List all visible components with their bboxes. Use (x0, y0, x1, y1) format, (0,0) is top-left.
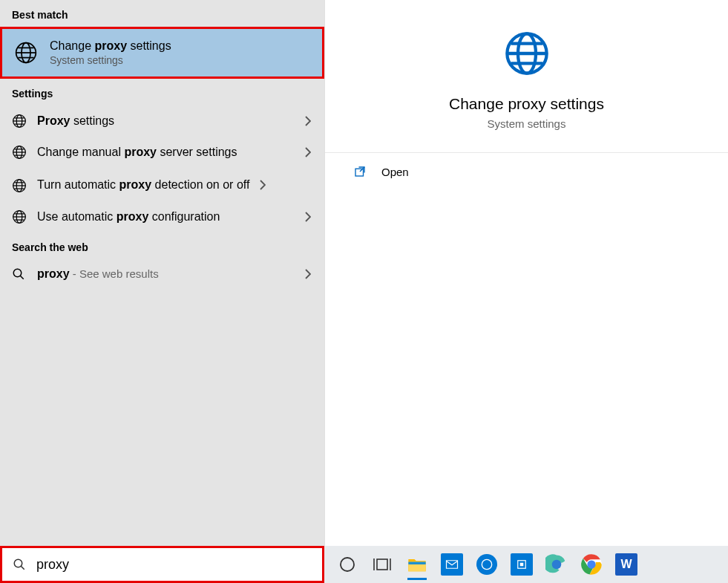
open-icon (353, 165, 367, 178)
word-button[interactable]: W (611, 549, 642, 580)
globe-icon (12, 114, 27, 128)
svg-point-22 (14, 559, 22, 567)
chevron-right-icon (305, 212, 312, 222)
svg-rect-28 (408, 562, 425, 565)
section-header-best-match: Best match (0, 0, 324, 27)
globe-icon (503, 30, 551, 77)
taskbar: W (0, 546, 728, 583)
open-action[interactable]: Open (325, 153, 728, 190)
preview-title: Change proxy settings (449, 95, 604, 113)
chevron-right-icon (305, 147, 312, 157)
app-tile-button[interactable] (506, 549, 537, 580)
task-view-button[interactable] (367, 549, 398, 580)
settings-item-auto-config[interactable]: Use automatic proxy configuration (0, 201, 324, 232)
chevron-right-icon (305, 269, 312, 279)
cortana-button[interactable] (332, 549, 363, 580)
preview-hero: Change proxy settings System settings (325, 0, 728, 153)
search-icon (12, 267, 25, 281)
settings-item-manual-proxy[interactable]: Change manual proxy server settings (0, 137, 324, 168)
best-match-highlight: Change proxy settings System settings (0, 27, 324, 79)
preview-panel: Change proxy settings System settings Op… (324, 0, 728, 546)
search-results-panel: Best match Change proxy settings System … (0, 0, 324, 546)
taskbar-search-box[interactable] (2, 548, 322, 581)
svg-point-29 (482, 559, 491, 569)
search-input[interactable] (36, 557, 312, 573)
chevron-right-icon (305, 116, 312, 126)
svg-point-15 (13, 269, 22, 277)
chrome-button[interactable] (576, 549, 607, 580)
globe-icon (12, 178, 27, 193)
settings-item-proxy-settings[interactable]: Proxy settings (0, 105, 324, 137)
dell-app-button[interactable] (471, 549, 502, 580)
edge-button[interactable] (541, 549, 572, 580)
mail-app-button[interactable] (436, 549, 468, 580)
search-box-highlight (0, 546, 324, 583)
web-result-item[interactable]: proxy - See web results (0, 259, 324, 289)
taskbar-icons: W (324, 549, 642, 580)
settings-item-auto-detection[interactable]: Turn automatic proxy detection on or off (0, 168, 324, 201)
best-match-result[interactable]: Change proxy settings System settings (2, 29, 322, 76)
svg-rect-25 (377, 559, 387, 570)
svg-line-16 (20, 276, 24, 279)
search-icon (13, 558, 26, 571)
preview-subtitle: System settings (488, 117, 566, 130)
globe-icon (12, 209, 27, 224)
chevron-right-icon (260, 180, 267, 190)
section-header-search-web: Search the web (0, 232, 324, 259)
globe-icon (12, 145, 27, 160)
best-match-text: Change proxy settings System settings (50, 39, 310, 66)
svg-point-24 (341, 558, 354, 571)
best-match-subtitle: System settings (50, 54, 310, 66)
globe-icon (14, 41, 38, 65)
open-label: Open (381, 166, 409, 178)
svg-line-23 (21, 566, 24, 570)
file-explorer-button[interactable] (401, 549, 433, 580)
svg-point-33 (552, 560, 562, 570)
svg-rect-31 (520, 563, 524, 567)
section-header-settings: Settings (0, 79, 324, 105)
